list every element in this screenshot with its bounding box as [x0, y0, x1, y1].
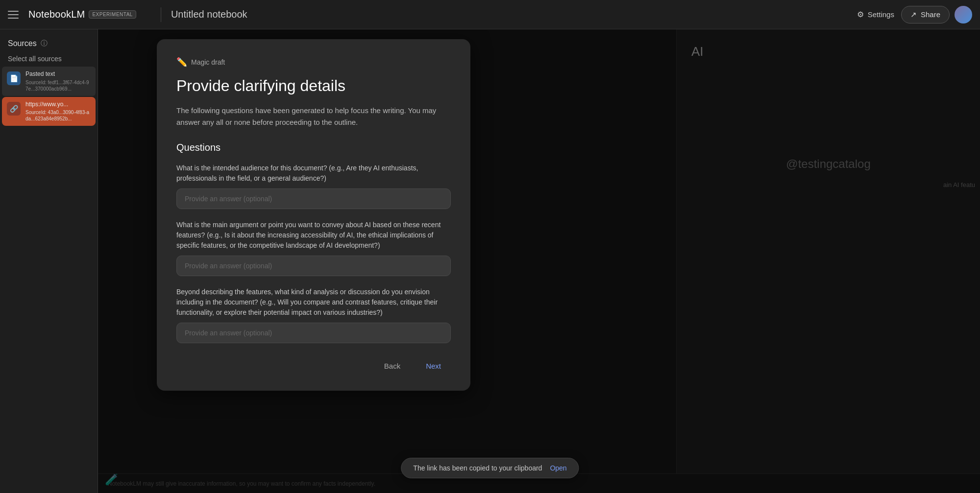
toast-message: The link has been copied to your clipboa…: [413, 464, 542, 472]
avatar[interactable]: [955, 6, 972, 23]
toast-open-button[interactable]: Open: [550, 464, 566, 472]
share-icon: ↗: [910, 10, 917, 19]
question-2-text: What is the main argument or point you w…: [176, 220, 451, 251]
source-1-text: Pasted text SourceId: fedf1...3f67-4dc4-…: [25, 70, 91, 92]
back-button[interactable]: Back: [374, 357, 410, 375]
notebook-title[interactable]: Untitled notebook: [171, 9, 247, 20]
magic-draft-label: Magic draft: [191, 58, 225, 66]
magic-draft-icon: ✏️: [176, 57, 187, 68]
question-block-1: What is the intended audience for this d…: [176, 163, 451, 209]
source-2-text: https://www.yo... SourceId: 43a0...3090-…: [25, 101, 91, 122]
experimental-badge: EXPERIMENTAL: [89, 10, 136, 19]
sidebar: Sources ⓘ Select all sources 📄 Pasted te…: [0, 29, 98, 493]
question-1-text: What is the intended audience for this d…: [176, 163, 451, 184]
modal-title: Provide clarifying details: [176, 76, 451, 95]
toast: The link has been copied to your clipboa…: [401, 458, 579, 478]
modal-description: The following questions have been genera…: [176, 105, 451, 128]
source-item-1[interactable]: 📄 Pasted text SourceId: fedf1...3f67-4dc…: [2, 67, 96, 96]
question-block-2: What is the main argument or point you w…: [176, 220, 451, 276]
top-nav: NotebookLM EXPERIMENTAL Untitled noteboo…: [0, 0, 980, 29]
doc-icon: 📄: [7, 71, 21, 85]
brand-name: NotebookLM: [28, 9, 85, 20]
brand: NotebookLM EXPERIMENTAL: [28, 9, 136, 20]
sources-label: Sources: [8, 39, 37, 48]
settings-label: Settings: [868, 10, 894, 19]
link-icon: 🔗: [7, 102, 21, 116]
answer-input-3[interactable]: [176, 323, 451, 343]
source-item-2[interactable]: 🔗 https://www.yo... SourceId: 43a0...309…: [2, 97, 96, 126]
share-button[interactable]: ↗ Share: [901, 6, 950, 23]
share-label: Share: [921, 10, 940, 19]
modal: ✏️ Magic draft Provide clarifying detail…: [157, 39, 470, 391]
question-block-3: Beyond describing the features, what kin…: [176, 287, 451, 343]
answer-input-1[interactable]: [176, 188, 451, 209]
main-layout: Sources ⓘ Select all sources 📄 Pasted te…: [0, 29, 980, 493]
select-all-sources[interactable]: Select all sources: [0, 52, 98, 66]
settings-button[interactable]: ⚙ Settings: [850, 6, 901, 23]
magic-draft-header: ✏️ Magic draft: [176, 57, 451, 68]
question-3-text: Beyond describing the features, what kin…: [176, 287, 451, 318]
hamburger-menu[interactable]: [8, 8, 22, 22]
sources-header: Sources ⓘ: [0, 35, 98, 52]
questions-heading: Questions: [176, 142, 451, 153]
nav-divider: [161, 7, 161, 22]
next-button[interactable]: Next: [416, 357, 451, 375]
sources-info-icon: ⓘ: [41, 39, 48, 48]
content-area: AI @testingcatalog ain AI featu ✏️ Magic…: [98, 29, 980, 493]
answer-input-2[interactable]: [176, 256, 451, 276]
modal-footer: Back Next: [176, 357, 451, 375]
modal-overlay: ✏️ Magic draft Provide clarifying detail…: [98, 29, 980, 493]
gear-icon: ⚙: [857, 10, 864, 19]
